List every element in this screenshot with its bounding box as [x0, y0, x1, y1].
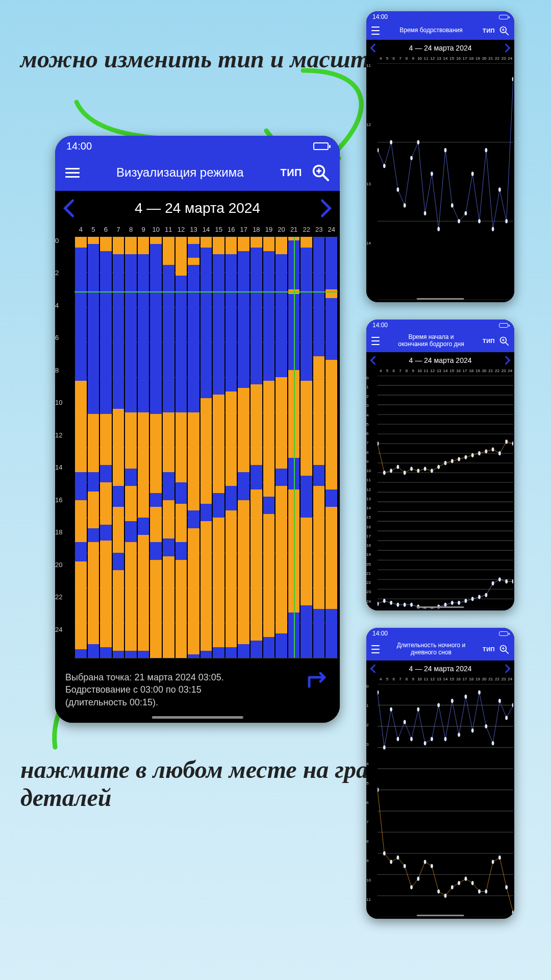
- svg-point-129: [437, 703, 440, 707]
- svg-point-122: [390, 707, 392, 711]
- svg-point-16: [404, 203, 406, 207]
- svg-point-63: [383, 471, 386, 475]
- type-button[interactable]: ТИП: [483, 28, 495, 34]
- app-bar: Длительность ночного и дневного снов ТИП: [366, 639, 514, 660]
- app-bar: Визуализация режима ТИП: [55, 156, 340, 191]
- svg-point-120: [378, 690, 379, 694]
- zoom-icon[interactable]: [311, 163, 330, 182]
- chevron-left-icon[interactable]: [369, 664, 377, 674]
- svg-point-94: [451, 600, 454, 604]
- svg-point-132: [458, 732, 460, 737]
- zoom-icon[interactable]: [499, 26, 509, 36]
- svg-point-76: [471, 453, 474, 457]
- svg-point-72: [444, 461, 447, 465]
- svg-point-68: [417, 469, 419, 473]
- app-bar: Время бодрствования ТИП: [366, 22, 514, 40]
- menu-icon[interactable]: [371, 27, 380, 35]
- chevron-left-icon[interactable]: [61, 198, 77, 218]
- home-indicator: [417, 915, 464, 916]
- chevron-right-icon[interactable]: [504, 43, 511, 53]
- svg-point-79: [492, 447, 494, 451]
- selection-footer: Выбрана точка: 21 марта 2024 03:05. Бодр…: [55, 664, 340, 723]
- go-arrow-icon[interactable]: [307, 671, 330, 692]
- svg-point-127: [424, 741, 427, 745]
- svg-point-150: [437, 889, 440, 893]
- menu-icon[interactable]: [65, 168, 80, 178]
- chart-bounds[interactable]: 456789101112131415161718192021222324 012…: [366, 369, 514, 610]
- date-navigator: 4 — 24 марта 2024: [366, 660, 514, 677]
- svg-point-102: [505, 579, 508, 583]
- svg-point-83: [378, 601, 379, 605]
- chevron-right-icon[interactable]: [504, 355, 511, 365]
- svg-point-78: [485, 449, 487, 453]
- svg-point-74: [458, 457, 460, 461]
- home-indicator: [417, 298, 464, 300]
- svg-point-155: [471, 881, 474, 885]
- svg-point-12: [378, 148, 379, 152]
- zoom-icon[interactable]: [499, 644, 509, 654]
- app-bar: Время начала и окончания бодрого дня ТИП: [366, 331, 514, 352]
- svg-point-153: [458, 881, 460, 885]
- chevron-left-icon[interactable]: [369, 355, 377, 365]
- svg-point-30: [498, 187, 501, 191]
- status-time: 14:00: [372, 13, 388, 20]
- svg-point-140: [512, 703, 513, 707]
- status-time: 14:00: [66, 140, 92, 152]
- svg-point-96: [465, 599, 467, 603]
- svg-point-65: [397, 464, 399, 469]
- svg-point-146: [410, 885, 413, 889]
- svg-point-137: [492, 741, 494, 745]
- chevron-right-icon[interactable]: [318, 198, 334, 218]
- chevron-left-icon[interactable]: [369, 43, 377, 53]
- svg-point-88: [410, 602, 413, 606]
- svg-point-145: [404, 864, 406, 868]
- svg-point-18: [417, 140, 419, 144]
- svg-point-27: [478, 219, 481, 223]
- svg-point-62: [378, 442, 379, 446]
- chevron-right-icon[interactable]: [504, 664, 511, 674]
- svg-point-31: [505, 219, 508, 223]
- svg-point-67: [410, 467, 413, 471]
- svg-line-5: [506, 32, 509, 35]
- main-chart[interactable]: 456789101112131415161718192021222324 024…: [55, 226, 340, 664]
- svg-point-126: [417, 707, 419, 711]
- chart-wake[interactable]: 456789101112131415161718192021222324 111…: [366, 56, 514, 302]
- svg-point-23: [451, 203, 454, 207]
- svg-point-138: [498, 699, 501, 703]
- type-button[interactable]: ТИП: [483, 338, 495, 344]
- svg-point-143: [390, 860, 392, 864]
- date-range: 4 — 24 марта 2024: [135, 200, 260, 216]
- svg-point-95: [458, 600, 460, 604]
- svg-point-17: [410, 156, 413, 160]
- battery-icon: [499, 631, 508, 636]
- svg-point-159: [498, 855, 501, 860]
- type-button[interactable]: ТИП: [483, 646, 495, 652]
- svg-point-21: [437, 227, 440, 231]
- svg-point-125: [410, 737, 413, 741]
- date-navigator: 4 — 24 марта 2024: [55, 191, 340, 226]
- menu-icon[interactable]: [371, 337, 380, 345]
- svg-point-135: [478, 690, 481, 694]
- menu-icon[interactable]: [371, 645, 380, 653]
- svg-point-97: [471, 597, 474, 601]
- svg-point-136: [485, 724, 487, 728]
- status-bar: 14:00: [366, 628, 514, 639]
- svg-point-75: [465, 455, 467, 459]
- svg-point-14: [390, 140, 392, 144]
- svg-point-152: [451, 885, 454, 889]
- svg-point-87: [404, 602, 406, 606]
- svg-point-121: [383, 745, 386, 749]
- battery-icon: [499, 15, 508, 19]
- status-bar: 14:00: [366, 320, 514, 331]
- type-button[interactable]: ТИП: [281, 167, 302, 179]
- zoom-icon[interactable]: [499, 336, 509, 346]
- svg-point-85: [390, 600, 392, 604]
- svg-point-86: [397, 602, 399, 606]
- svg-point-73: [451, 459, 454, 463]
- main-phone: 14:00 Визуализация режима ТИП 4 — 24 мар…: [55, 136, 340, 723]
- svg-point-161: [512, 911, 513, 915]
- chart-sleep[interactable]: 456789101112131415161718192021222324 012…: [366, 677, 514, 919]
- app-title: Визуализация режима: [89, 165, 271, 180]
- svg-point-82: [512, 442, 513, 446]
- phone-day-bounds: 14:00 Время начала и окончания бодрого д…: [366, 320, 514, 610]
